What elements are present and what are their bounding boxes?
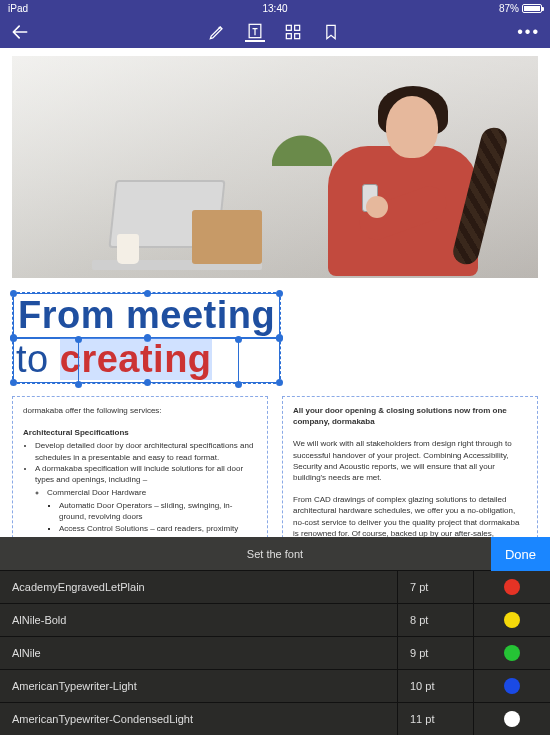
color-swatch (504, 678, 520, 694)
resize-handle[interactable] (10, 290, 17, 297)
resize-handle[interactable] (144, 334, 151, 341)
size-option[interactable]: 11 pt (398, 703, 473, 735)
text-selection-end[interactable] (238, 340, 244, 384)
size-option[interactable]: 8 pt (398, 604, 473, 637)
battery-icon (522, 4, 542, 13)
resize-handle[interactable] (10, 379, 17, 386)
color-option[interactable] (474, 670, 550, 703)
resize-handle[interactable] (276, 379, 283, 386)
size-list[interactable]: 7 pt8 pt9 pt10 pt11 pt (398, 571, 474, 735)
toolbar-tools (207, 22, 341, 42)
color-option[interactable] (474, 571, 550, 604)
grid-icon[interactable] (283, 22, 303, 42)
resize-handle[interactable] (276, 290, 283, 297)
battery-indicator: 87% (499, 3, 542, 14)
status-bar: iPad 13:40 87% (0, 0, 550, 16)
color-swatch (504, 711, 520, 727)
size-option[interactable]: 10 pt (398, 670, 473, 703)
selection-box (13, 293, 280, 339)
hero-image (12, 56, 538, 278)
size-option[interactable]: 7 pt (398, 571, 473, 604)
color-option[interactable] (474, 604, 550, 637)
bullet: A dormakaba specification will include s… (35, 463, 257, 485)
font-option[interactable]: AlNile (0, 637, 397, 670)
font-option[interactable]: AmericanTypewriter-Light (0, 670, 397, 703)
sub-sub-bullet: Automatic Door Operators – sliding, swin… (59, 500, 257, 522)
battery-pct: 87% (499, 3, 519, 14)
color-swatch (504, 645, 520, 661)
color-option[interactable] (474, 637, 550, 670)
textframe-icon[interactable] (245, 22, 265, 42)
svg-rect-2 (294, 25, 299, 30)
paragraph: We will work with all stakeholders from … (293, 438, 527, 483)
bookmark-icon[interactable] (321, 22, 341, 42)
color-option[interactable] (474, 703, 550, 735)
pencil-icon[interactable] (207, 22, 227, 42)
font-option[interactable]: AcademyEngravedLetPlain (0, 571, 397, 604)
font-panel: Set the font Done AcademyEngravedLetPlai… (0, 537, 550, 735)
app-toolbar: ••• (0, 16, 550, 48)
font-option[interactable]: AlNile-Bold (0, 604, 397, 637)
sub-bullet: Commercial Door Hardware (47, 487, 257, 498)
section-heading: Architectural Specifications (23, 428, 129, 437)
text-selection-start[interactable] (78, 340, 84, 384)
back-button[interactable] (10, 22, 30, 42)
color-swatch (504, 579, 520, 595)
bullet: Develop detailed door by door architectu… (35, 440, 257, 462)
color-swatch (504, 612, 520, 628)
panel-header: Set the font Done (0, 537, 550, 571)
headline-text-frame[interactable]: From meeting to creating (12, 292, 538, 384)
done-button[interactable]: Done (491, 537, 550, 571)
size-option[interactable]: 9 pt (398, 637, 473, 670)
more-button[interactable]: ••• (517, 23, 540, 41)
resize-handle[interactable] (10, 334, 17, 341)
section-heading: All your door opening & closing solution… (293, 406, 507, 426)
panel-title: Set the font (247, 548, 303, 560)
resize-handle[interactable] (144, 290, 151, 297)
svg-rect-3 (286, 34, 291, 39)
device-label: iPad (8, 3, 28, 14)
font-list[interactable]: AcademyEngravedLetPlainAlNile-BoldAlNile… (0, 571, 398, 735)
svg-rect-1 (286, 25, 291, 30)
intro-text: dormakaba offer the following services: (23, 405, 257, 416)
clock: 13:40 (262, 3, 287, 14)
svg-rect-4 (294, 34, 299, 39)
document-canvas[interactable]: From meeting to creating dormakaba offer… (0, 48, 550, 578)
resize-handle[interactable] (144, 379, 151, 386)
font-option[interactable]: AmericanTypewriter-CondensedLight (0, 703, 397, 735)
color-list[interactable] (474, 571, 550, 735)
